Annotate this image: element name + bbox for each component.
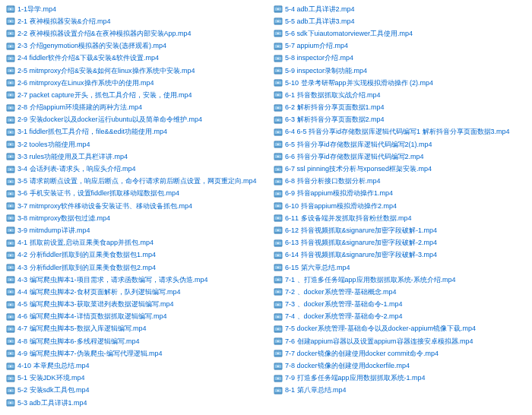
file-item[interactable]: 7-6 创建appium容器以及设置appium容器连接安卓模拟器.mp4	[274, 335, 526, 347]
file-item[interactable]: 6-13 抖音视频抓取&signarure加密字段破解-2.mp4	[274, 237, 526, 249]
file-item[interactable]: 5-10 登录考研帮app并实现模拟滑动操作 (2).mp4	[274, 77, 526, 89]
file-item[interactable]: 6-8 抖音分析接口数据分析.mp4	[274, 176, 526, 188]
file-item[interactable]: 2-1 夜神模拟器安装&介绍.mp4	[6, 15, 258, 27]
file-item[interactable]: 6-11 多设备端并发抓取抖音粉丝数据.mp4	[274, 212, 526, 224]
file-item[interactable]: 4-2 分析fiddler抓取到的豆果美食数据包1.mp4	[6, 249, 258, 261]
svg-rect-561	[275, 368, 282, 369]
file-item[interactable]: 4-8 编写爬虫脚本6-多线程逻辑编写.mp4	[6, 335, 258, 347]
video-file-icon	[6, 116, 15, 125]
file-item[interactable]: 4-6 编写爬虫脚本4-详情页数据抓取逻辑编写.mp4	[6, 311, 258, 323]
file-item[interactable]: 7-4 、docker系统管理-基础命令-2.mp4	[274, 311, 526, 323]
file-item[interactable]: 2-8 介绍appium环境搭建的两种方法.mp4	[6, 102, 258, 114]
file-item[interactable]: 6-4 6-5 抖音分享id存储数据库逻辑代码编写1 解析抖音分享页面数据3.m…	[274, 126, 526, 138]
file-item[interactable]: 5-2 安装sdk工具包.mp4	[6, 385, 258, 397]
file-item[interactable]: 4-9 编写爬虫脚本7-伪装爬虫-编写代理逻辑.mp4	[6, 347, 258, 360]
file-name-label: 5-1 安装JDK环境.mp4	[17, 373, 85, 383]
file-item[interactable]: 6-5 抖音分享id存储数据库逻辑代码编写2(1).mp4	[274, 138, 526, 150]
svg-rect-256	[8, 351, 9, 352]
svg-rect-347	[277, 68, 277, 69]
file-item[interactable]: 7-7 docker镜像的创建使用docker commit命令.mp4	[274, 347, 526, 360]
svg-rect-572	[277, 375, 277, 376]
svg-rect-222	[11, 302, 11, 303]
file-item[interactable]: 6-7 ssl pinning技术分析与xponsed框架安装.mp4	[274, 163, 526, 175]
file-item[interactable]: 2-2 夜神模拟器设置介绍&在夜神模拟器内部安装App.mp4	[6, 27, 258, 40]
svg-rect-132	[11, 179, 11, 179]
file-item[interactable]: 3-9 mitmdump详讲.mp4	[6, 224, 258, 236]
file-name-label: 6-10 抖音appium模拟滑动操作2.mp4	[285, 201, 397, 211]
file-item[interactable]: 6-15 第六章总结.mp4	[274, 261, 526, 274]
svg-rect-78	[11, 105, 11, 106]
file-item[interactable]: 5-7 appium介绍.mp4	[274, 40, 526, 52]
svg-rect-475	[280, 240, 280, 241]
file-item[interactable]: 3-2 tooles功能使用.mp4	[6, 138, 258, 150]
file-item[interactable]: 7-2 、docker系统管理-基础概念.mp4	[274, 286, 526, 298]
file-item[interactable]: 6-1 抖音数据抓取实战介绍.mp4	[274, 89, 526, 101]
file-item[interactable]: 3-5 请求前断点设置，响应后断点，命令行请求前后断点设置，网页重定向.mp4	[6, 176, 258, 188]
file-item[interactable]: 5-6 sdk下uiautomatorviewer工具使用.mp4	[274, 27, 526, 40]
svg-rect-547	[280, 339, 280, 340]
file-item[interactable]: 3-7 mitmproxy软件移动设备安装证书、移动设备抓包.mp4	[6, 200, 258, 212]
file-item[interactable]: 5-9 inspector录制功能.mp4	[274, 65, 526, 77]
svg-rect-194	[9, 265, 10, 266]
svg-rect-482	[277, 253, 277, 254]
video-file-icon	[6, 398, 15, 407]
file-item[interactable]: 4-3 分析fiddler抓取到的豆果美食数据包2.mp4	[6, 261, 258, 274]
file-item[interactable]: 5-4 adb工具详讲2.mp4	[274, 3, 526, 15]
file-item[interactable]: 6-14 抖音视频抓取&signarure加密字段破解-3.mp4	[274, 249, 526, 261]
file-item[interactable]: 3-8 mitmproxy数据包过滤.mp4	[6, 212, 258, 224]
svg-rect-141	[11, 192, 11, 192]
svg-rect-327	[275, 48, 282, 49]
svg-rect-293	[9, 401, 10, 401]
file-item[interactable]: 5-1 安装JDK环境.mp4	[6, 372, 258, 385]
svg-rect-257	[9, 351, 10, 352]
file-item[interactable]: 8-1 第八章总结.mp4	[274, 385, 526, 397]
svg-rect-122	[9, 166, 10, 167]
video-file-icon	[6, 226, 15, 235]
file-item[interactable]: 4-4 编写爬虫脚本2-食材页面解析，队列逻辑编写.mp4	[6, 286, 258, 298]
svg-rect-285	[11, 388, 11, 389]
svg-rect-149	[9, 204, 10, 204]
svg-rect-106	[12, 142, 13, 143]
svg-rect-104	[9, 142, 10, 143]
file-item[interactable]: 5-3 adb工具详讲1.mp4	[6, 397, 258, 409]
file-item[interactable]: 3-4 会话列表-请求头，响应头介绍.mp4	[6, 163, 258, 175]
video-file-icon	[274, 275, 283, 284]
file-item[interactable]: 6-6 抖音分享id存储数据库逻辑代码编写2.mp4	[274, 150, 526, 163]
svg-rect-367	[280, 93, 280, 93]
file-item[interactable]: 1-1导学.mp4	[6, 3, 258, 15]
video-file-icon	[274, 287, 283, 296]
file-item[interactable]: 3-1 fiddler抓包工具介绍，file&&edit功能使用.mp4	[6, 126, 258, 138]
file-item[interactable]: 7-1 、打造多任务端app应用数据抓取系统-系统介绍.mp4	[274, 274, 526, 286]
file-item[interactable]: 7-8 docker镜像的创建使用dockerfile.mp4	[274, 360, 526, 372]
svg-rect-303	[278, 7, 279, 8]
file-item[interactable]: 6-3 解析抖音分享页面数据2.mp4	[274, 114, 526, 126]
file-item[interactable]: 3-6 手机安装证书，设置fiddler抓取移动端数据包.mp4	[6, 188, 258, 200]
file-item[interactable]: 2-3 介绍genymotion模拟器的安装(选择观看).mp4	[6, 40, 258, 52]
file-item[interactable]: 3-3 rules功能使用及工具栏详讲.mp4	[6, 150, 258, 163]
file-item[interactable]: 5-8 inspector介绍.mp4	[274, 52, 526, 65]
file-item[interactable]: 4-7 编写爬虫脚本5-数据入库逻辑编写.mp4	[6, 323, 258, 335]
file-item[interactable]: 6-10 抖音appium模拟滑动操作2.mp4	[274, 200, 526, 212]
file-item[interactable]: 7-9 打造多任务端app应用数据抓取系统-1.mp4	[274, 372, 526, 385]
file-item[interactable]: 4-3 编写爬虫脚本1-项目需求，请求函数编写，请求头伪造.mp4	[6, 274, 258, 286]
svg-rect-565	[280, 363, 280, 364]
svg-rect-204	[11, 277, 11, 278]
file-item[interactable]: 5-5 adb工具详讲3.mp4	[274, 15, 526, 27]
file-name-label: 6-8 抖音分析接口数据分析.mp4	[285, 176, 381, 186]
file-item[interactable]: 4-10 本章爬虫总结.mp4	[6, 360, 258, 372]
file-item[interactable]: 6-12 抖音视频抓取&signarure加密字段破解-1.mp4	[274, 224, 526, 236]
file-item[interactable]: 2-6 mitmproxy在Linux操作系统中的使用.mp4	[6, 77, 258, 89]
file-item[interactable]: 6-2 解析抖音分享页面数据1.mp4	[274, 102, 526, 114]
video-file-icon	[6, 312, 15, 322]
file-item[interactable]: 2-5 mitmproxy介绍&安装&如何在linux操作系统中安装.mp4	[6, 65, 258, 77]
video-file-icon	[6, 54, 15, 63]
file-item[interactable]: 4-5 编写爬虫脚本3-获取菜谱列表数据逻辑编写.mp4	[6, 299, 258, 311]
file-item[interactable]: 7-5 docker系统管理-基础命令以及docker-appium镜像下载.m…	[274, 323, 526, 335]
file-item[interactable]: 2-9 安装docker以及docker运行ubuntu以及简单命令维护.mp4	[6, 114, 258, 126]
file-item[interactable]: 2-4 fiddler软件介绍&下载&安装&软件设置.mp4	[6, 52, 258, 65]
file-item[interactable]: 6-9 抖音appium模拟滑动操作1.mp4	[274, 188, 526, 200]
file-item[interactable]: 2-7 packet capture开头，抓包工具介绍，安装，使用.mp4	[6, 89, 258, 101]
svg-rect-69	[11, 93, 11, 93]
file-item[interactable]: 4-1 抓取前设置,启动豆果美食app并抓包.mp4	[6, 237, 258, 249]
file-item[interactable]: 7-3 、docker系统管理-基础命令-1.mp4	[274, 299, 526, 311]
